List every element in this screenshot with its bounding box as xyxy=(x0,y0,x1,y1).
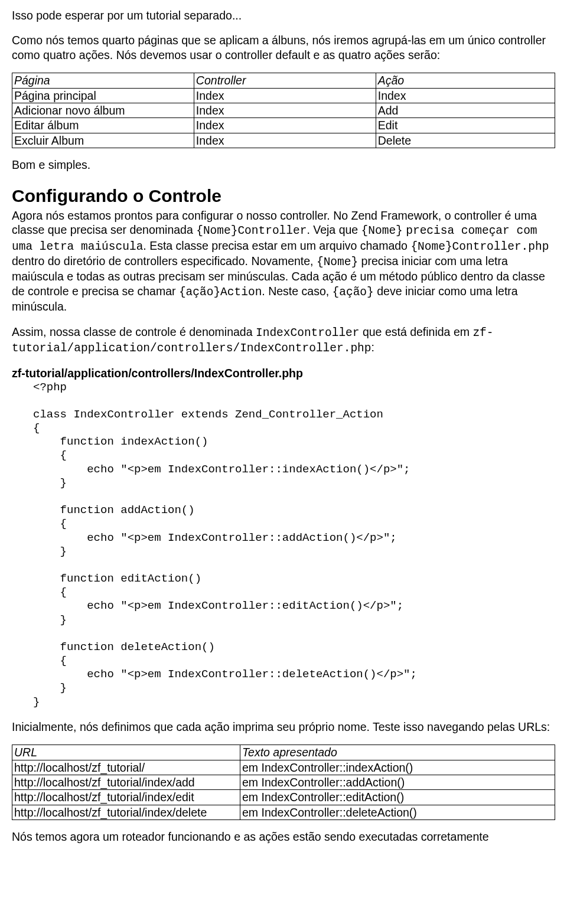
section-heading: Configurando o Controle xyxy=(12,185,555,207)
cell: Excluir Album xyxy=(12,133,194,148)
table-row: http://localhost/zf_tutorial/index/delet… xyxy=(12,805,555,819)
code-inline: {ação}Action xyxy=(179,286,262,299)
code-inline: {Nome} xyxy=(317,256,358,269)
code-inline: {Nome}Controller.php xyxy=(410,240,549,253)
cell: Add xyxy=(376,103,555,117)
config-paragraph: Agora nós estamos prontos para configura… xyxy=(12,208,555,314)
cell: Index xyxy=(376,88,555,103)
table-header-row: URL Texto apresentado xyxy=(12,745,555,760)
cell: Página principal xyxy=(12,88,194,103)
cell: Index xyxy=(194,103,376,117)
text: : xyxy=(372,341,374,354)
table-row: http://localhost/zf_tutorial/index/add e… xyxy=(12,775,555,789)
cell: em IndexController::indexAction() xyxy=(240,760,555,775)
cell: Delete xyxy=(376,133,555,148)
col-texto: Texto apresentado xyxy=(240,745,555,760)
code-inline: IndexController xyxy=(256,326,360,339)
intro-paragraph-2: Como nós temos quarto páginas que se apl… xyxy=(12,33,555,62)
text: Assim, nossa classe de controle é denomi… xyxy=(12,325,256,338)
intro-paragraph-1: Isso pode esperar por um tutorial separa… xyxy=(12,8,555,22)
table-row: http://localhost/zf_tutorial/ em IndexCo… xyxy=(12,760,555,775)
code-block: <?php class IndexController extends Zend… xyxy=(12,381,555,709)
bom-e-simples: Bom e simples. xyxy=(12,158,555,172)
closing-paragraph: Nós temos agora um roteador funcionando … xyxy=(12,830,555,844)
col-url: URL xyxy=(12,745,240,760)
text: . Esta classe precisa estar em um arquiv… xyxy=(143,239,410,252)
cell: Editar álbum xyxy=(12,118,194,133)
cell: em IndexController::editAction() xyxy=(240,790,555,805)
cell: em IndexController::addAction() xyxy=(240,775,555,789)
cell: http://localhost/zf_tutorial/index/delet… xyxy=(12,805,240,819)
table-header-row: Página Controller Ação xyxy=(12,73,555,88)
text: . Veja que xyxy=(307,223,361,236)
cell: Index xyxy=(194,118,376,133)
code-inline: {Nome} xyxy=(361,224,403,237)
cell: http://localhost/zf_tutorial/index/edit xyxy=(12,790,240,805)
table-row: Editar álbum Index Edit xyxy=(12,118,555,133)
code-inline: {Nome}Controller xyxy=(196,224,307,237)
cell: Index xyxy=(194,133,376,148)
col-controller: Controller xyxy=(194,73,376,88)
table-row: Adicionar novo álbum Index Add xyxy=(12,103,555,117)
file-path-label: zf-tutorial/application/controllers/Inde… xyxy=(12,366,555,380)
table-row: Página principal Index Index xyxy=(12,88,555,103)
cell: Index xyxy=(194,88,376,103)
assim-paragraph: Assim, nossa classe de controle é denomi… xyxy=(12,325,555,356)
urls-table: URL Texto apresentado http://localhost/z… xyxy=(12,745,555,820)
cell: Adicionar novo álbum xyxy=(12,103,194,117)
col-pagina: Página xyxy=(12,73,194,88)
text: . Neste caso, xyxy=(262,285,332,298)
col-acao: Ação xyxy=(376,73,555,88)
text: que está definida em xyxy=(360,325,473,338)
cell: http://localhost/zf_tutorial/ xyxy=(12,760,240,775)
cell: http://localhost/zf_tutorial/index/add xyxy=(12,775,240,789)
cell: em IndexController::deleteAction() xyxy=(240,805,555,819)
actions-table: Página Controller Ação Página principal … xyxy=(12,73,555,148)
table-row: Excluir Album Index Delete xyxy=(12,133,555,148)
after-code-paragraph: Inicialmente, nós definimos que cada açã… xyxy=(12,720,555,734)
code-inline: {ação} xyxy=(333,286,374,299)
table-row: http://localhost/zf_tutorial/index/edit … xyxy=(12,790,555,805)
text: dentro do diretório de controllers espec… xyxy=(12,254,317,267)
cell: Edit xyxy=(376,118,555,133)
